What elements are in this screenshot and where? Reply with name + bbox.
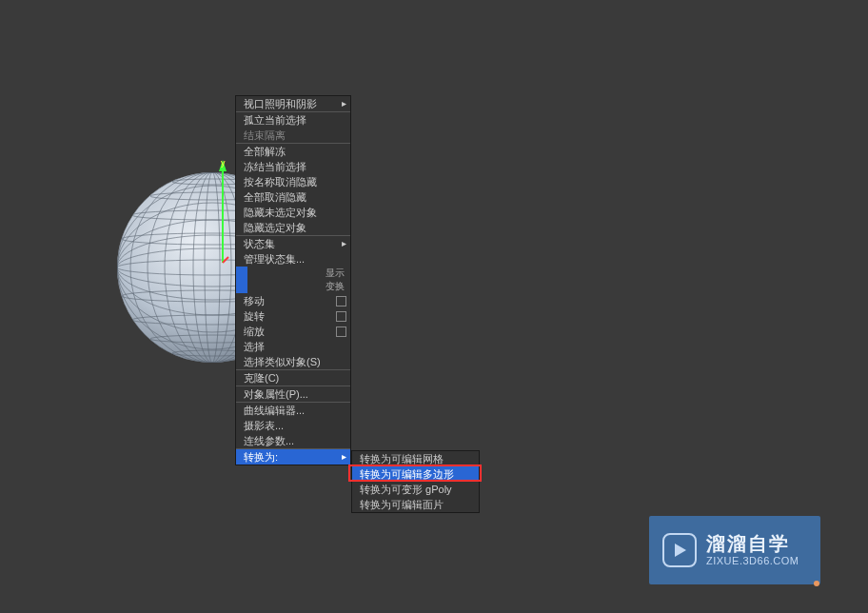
- watermark-title: 溜溜自学: [706, 532, 799, 555]
- menu-convert-to[interactable]: 转换为:: [236, 449, 350, 465]
- menu-hide-selected[interactable]: 隐藏选定对象: [236, 220, 350, 235]
- submenu-editable-patch[interactable]: 转换为可编辑面片: [352, 497, 479, 512]
- blue-marker-icon: [236, 280, 247, 293]
- menu-section-transform: 变换: [236, 280, 350, 293]
- menu-curve-editor[interactable]: 曲线编辑器...: [236, 403, 350, 418]
- menu-manage-state-sets[interactable]: 管理状态集...: [236, 251, 350, 267]
- menu-wire-parameters[interactable]: 连线参数...: [236, 433, 350, 448]
- menu-isolate-selection[interactable]: 孤立当前选择: [236, 112, 350, 128]
- menu-hide-unselected[interactable]: 隐藏未选定对象: [236, 205, 350, 220]
- menu-unfreeze-all[interactable]: 全部解冻: [236, 144, 350, 159]
- menu-unhide-by-name[interactable]: 按名称取消隐藏: [236, 174, 350, 189]
- menu-scale[interactable]: 缩放: [236, 324, 350, 339]
- submenu-editable-poly[interactable]: 转换为可编辑多边形: [352, 466, 479, 482]
- menu-clone[interactable]: 克隆(C): [236, 370, 350, 386]
- menu-state-sets[interactable]: 状态集: [236, 236, 350, 251]
- play-icon: [662, 533, 697, 567]
- menu-end-isolate: 结束隔离: [236, 128, 350, 143]
- menu-dopesheet[interactable]: 摄影表...: [236, 418, 350, 433]
- menu-viewport-lighting[interactable]: 视口照明和阴影: [236, 96, 350, 111]
- menu-section-display: 显示: [236, 267, 350, 280]
- convert-to-submenu: 转换为可编辑网格 转换为可编辑多边形 转换为可变形 gPoly 转换为可编辑面片: [351, 450, 480, 513]
- menu-rotate[interactable]: 旋转: [236, 308, 350, 324]
- menu-freeze-selection[interactable]: 冻结当前选择: [236, 159, 350, 174]
- watermark-text: 溜溜自学 ZIXUE.3D66.COM: [706, 532, 799, 567]
- blue-marker-icon: [236, 267, 247, 280]
- watermark-dot-icon: [814, 581, 819, 586]
- menu-object-properties[interactable]: 对象属性(P)...: [236, 386, 350, 402]
- menu-select-similar[interactable]: 选择类似对象(S): [236, 354, 350, 369]
- submenu-editable-mesh[interactable]: 转换为可编辑网格: [352, 451, 479, 466]
- menu-move[interactable]: 移动: [236, 293, 350, 308]
- context-menu: 视口照明和阴影 孤立当前选择 结束隔离 全部解冻 冻结当前选择 按名称取消隐藏 …: [235, 95, 351, 465]
- svg-marker-27: [675, 544, 686, 557]
- watermark-subtitle: ZIXUE.3D66.COM: [706, 555, 799, 567]
- watermark-badge: 溜溜自学 ZIXUE.3D66.COM: [649, 516, 820, 584]
- menu-unhide-all[interactable]: 全部取消隐藏: [236, 189, 350, 205]
- menu-select[interactable]: 选择: [236, 339, 350, 354]
- submenu-deformable-gpoly[interactable]: 转换为可变形 gPoly: [352, 482, 479, 497]
